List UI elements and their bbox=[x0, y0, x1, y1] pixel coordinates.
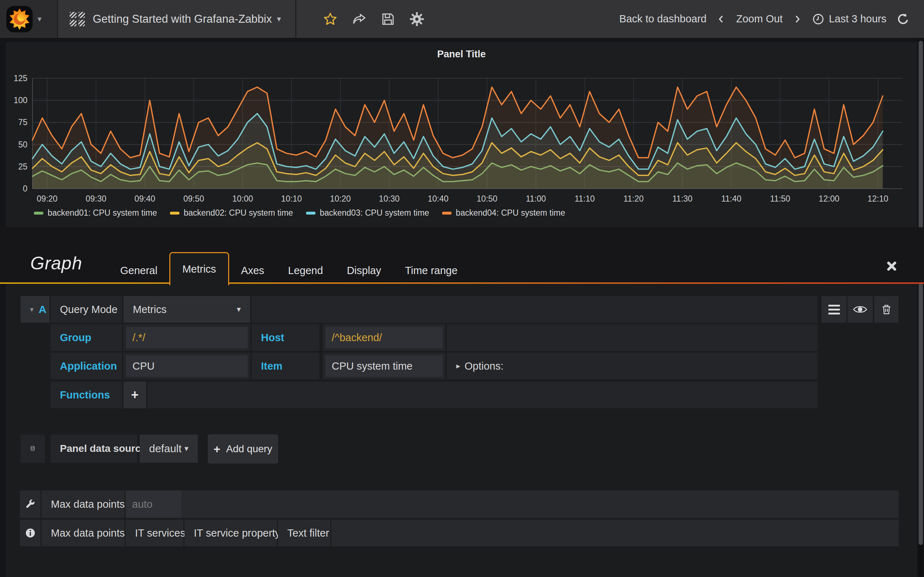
time-series-chart[interactable]: 09:2009:3009:4009:5010:0010:1010:2010:30… bbox=[6, 42, 917, 227]
clock-icon bbox=[812, 13, 824, 25]
chevron-right-icon[interactable] bbox=[793, 14, 802, 24]
query-menu-button[interactable] bbox=[822, 296, 846, 323]
svg-text:11:40: 11:40 bbox=[721, 194, 741, 203]
svg-text:09:50: 09:50 bbox=[183, 194, 204, 203]
query-letter-toggle[interactable]: ▾ A bbox=[21, 296, 50, 323]
help-link-it-service-property[interactable]: IT service property bbox=[184, 520, 277, 546]
eye-icon bbox=[853, 305, 867, 314]
svg-text:09:40: 09:40 bbox=[135, 194, 155, 203]
settings-button[interactable] bbox=[407, 0, 426, 38]
scrollbar-thumb[interactable] bbox=[919, 41, 923, 545]
plus-icon: + bbox=[214, 443, 221, 456]
help-link-it-services[interactable]: IT services bbox=[126, 520, 183, 546]
svg-text:125: 125 bbox=[14, 74, 27, 83]
options-toggle[interactable]: ▸ Options: bbox=[456, 360, 504, 372]
query-mode-select[interactable]: Metrics ▾ bbox=[123, 296, 250, 323]
svg-text:11:10: 11:10 bbox=[575, 194, 595, 203]
share-button[interactable] bbox=[349, 0, 369, 38]
svg-text:10:20: 10:20 bbox=[330, 194, 351, 203]
panel-editor-header: Graph GeneralMetricsAxesLegendDisplayTim… bbox=[0, 227, 924, 284]
dashboard-title[interactable]: Getting Started with Grafana-Zabbix bbox=[93, 13, 272, 26]
svg-text:12:10: 12:10 bbox=[868, 194, 888, 203]
navbar-right-controls: Back to dashboard Zoom Out Last 3 hours bbox=[619, 0, 909, 38]
grafana-logo-menu[interactable]: ▾ bbox=[0, 0, 58, 38]
save-button[interactable] bbox=[378, 0, 398, 38]
refresh-icon[interactable] bbox=[897, 13, 909, 26]
datasource-icon-cell bbox=[21, 435, 45, 463]
functions-label: Functions bbox=[50, 382, 122, 408]
query-letter: A bbox=[39, 303, 47, 316]
legend-swatch-icon bbox=[170, 212, 179, 214]
svg-text:11:50: 11:50 bbox=[770, 194, 790, 203]
wrench-icon bbox=[25, 499, 36, 509]
info-icon bbox=[25, 528, 36, 538]
close-editor-button[interactable] bbox=[886, 261, 897, 272]
legend-swatch-icon bbox=[306, 212, 315, 214]
application-input[interactable]: CPU bbox=[126, 355, 247, 377]
help-link-text-filter[interactable]: Text filter bbox=[278, 520, 330, 546]
time-range-label: Last 3 hours bbox=[829, 13, 887, 25]
tab-display[interactable]: Display bbox=[335, 257, 393, 284]
group-input-cell: /.*/ bbox=[123, 324, 250, 351]
svg-text:10:50: 10:50 bbox=[477, 194, 498, 203]
dashboard-caret-icon: ▾ bbox=[277, 15, 281, 24]
time-range-picker[interactable]: Last 3 hours bbox=[812, 13, 887, 25]
share-icon bbox=[352, 11, 367, 27]
functions-row-filler bbox=[148, 382, 817, 408]
help-link-max-data-points[interactable]: Max data points bbox=[42, 520, 124, 546]
max-data-points-input[interactable]: auto bbox=[126, 490, 181, 518]
tab-metrics[interactable]: Metrics bbox=[169, 252, 229, 285]
chevron-right-small-icon: ▸ bbox=[456, 361, 460, 371]
group-input[interactable]: /.*/ bbox=[126, 327, 247, 348]
editor-tabs: GeneralMetricsAxesLegendDisplayTime rang… bbox=[108, 252, 470, 284]
datasource-label: Panel data source bbox=[50, 435, 137, 463]
panel-editor-body: ▾ A Query Mode Metrics ▾ Group bbox=[6, 284, 917, 577]
query-delete-button[interactable] bbox=[874, 296, 898, 323]
host-input[interactable]: /^backend/ bbox=[325, 327, 443, 348]
star-icon bbox=[323, 12, 338, 26]
legend-label: backend03: CPU system time bbox=[320, 208, 429, 218]
zoom-out-button[interactable]: Zoom Out bbox=[736, 13, 782, 25]
chevron-left-icon[interactable] bbox=[716, 14, 726, 24]
svg-text:0: 0 bbox=[23, 184, 27, 193]
favorite-star-button[interactable] bbox=[320, 0, 340, 38]
svg-text:11:30: 11:30 bbox=[672, 194, 693, 203]
item-label: Item bbox=[252, 353, 320, 379]
svg-text:10:10: 10:10 bbox=[281, 194, 302, 203]
svg-text:11:20: 11:20 bbox=[624, 194, 643, 203]
legend-swatch-icon bbox=[442, 212, 452, 214]
query-toggle-visibility-button[interactable] bbox=[848, 296, 873, 323]
legend-label: backend02: CPU system time bbox=[184, 208, 293, 218]
legend-swatch-icon bbox=[34, 212, 43, 214]
tab-general[interactable]: General bbox=[108, 257, 169, 284]
add-query-button[interactable]: + Add query bbox=[208, 435, 278, 463]
info-icon-cell bbox=[20, 520, 40, 546]
add-function-button[interactable]: + bbox=[123, 382, 146, 408]
dashboard-picker[interactable]: Getting Started with Grafana-Zabbix ▾ bbox=[58, 0, 296, 38]
hamburger-icon bbox=[828, 305, 840, 314]
item-input[interactable]: CPU system time bbox=[325, 355, 443, 377]
chevron-down-icon: ▾ bbox=[184, 444, 188, 453]
options-row: ▸ Options: bbox=[447, 353, 817, 379]
page-scrollbar[interactable] bbox=[918, 39, 923, 577]
navbar: ▾ Getting Started with Grafana-Zabbix ▾ bbox=[0, 0, 924, 38]
svg-text:100: 100 bbox=[14, 95, 27, 105]
svg-text:11:00: 11:00 bbox=[526, 194, 546, 203]
legend-item-backend02[interactable]: backend02: CPU system time bbox=[170, 208, 293, 218]
tab-legend[interactable]: Legend bbox=[276, 257, 335, 284]
legend-item-backend01[interactable]: backend01: CPU system time bbox=[34, 208, 157, 218]
application-input-cell: CPU bbox=[123, 353, 250, 379]
legend-label: backend01: CPU system time bbox=[48, 208, 157, 218]
host-label: Host bbox=[252, 324, 320, 351]
legend-item-backend03[interactable]: backend03: CPU system time bbox=[306, 208, 429, 218]
panel-type-heading: Graph bbox=[30, 253, 82, 274]
svg-text:09:30: 09:30 bbox=[86, 194, 107, 203]
datasource-select[interactable]: default ▾ bbox=[140, 435, 198, 463]
settings-icon-cell bbox=[20, 490, 40, 518]
max-data-points-label: Max data points bbox=[42, 490, 124, 518]
tab-axes[interactable]: Axes bbox=[229, 257, 276, 284]
legend-item-backend04[interactable]: backend04: CPU system time bbox=[442, 208, 565, 218]
trash-icon bbox=[881, 303, 892, 316]
tab-time-range[interactable]: Time range bbox=[393, 257, 470, 284]
back-to-dashboard-button[interactable]: Back to dashboard bbox=[619, 13, 707, 25]
